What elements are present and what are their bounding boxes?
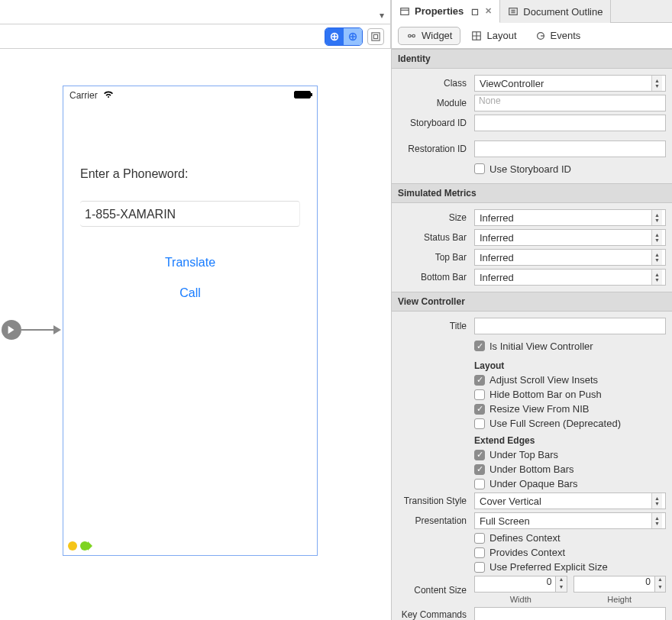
- warning-dot-icon[interactable]: [68, 541, 77, 551]
- storyboard-id-input[interactable]: [474, 115, 666, 131]
- vc-title-input[interactable]: [474, 318, 666, 334]
- constraint-mode-align-icon[interactable]: [325, 28, 344, 45]
- constraint-mode-pin-icon[interactable]: [344, 28, 362, 45]
- under-bottom-check[interactable]: Under Bottom Bars: [474, 463, 666, 475]
- class-select[interactable]: ViewController ▲▼: [474, 75, 666, 92]
- svg-rect-3: [373, 34, 377, 38]
- call-button[interactable]: Call: [80, 286, 300, 300]
- phoneword-textfield[interactable]: 1-855-XAMARIN: [80, 201, 300, 227]
- key-commands-list[interactable]: [474, 607, 666, 620]
- size-select[interactable]: Inferred▲▼: [474, 209, 666, 226]
- resize-nib-check[interactable]: Resize View From NIB: [474, 403, 666, 415]
- topbar-select[interactable]: Inferred▲▼: [474, 249, 666, 266]
- translate-button[interactable]: Translate: [80, 256, 300, 270]
- module-input[interactable]: None: [474, 95, 666, 111]
- content-width-input[interactable]: 0 ▲▼: [474, 576, 567, 593]
- subtab-events[interactable]: Events: [528, 27, 589, 45]
- battery-icon: [294, 91, 311, 98]
- presentation-select[interactable]: Full Screen▲▼: [474, 512, 666, 529]
- subtab-layout[interactable]: Layout: [464, 27, 524, 45]
- panel-expand-icon[interactable]: ◻: [471, 6, 479, 17]
- canvas-dropdown-icon[interactable]: ▾: [380, 10, 384, 21]
- phoneword-label: Enter a Phoneword:: [80, 167, 300, 181]
- status-bar: Carrier: [63, 86, 317, 103]
- inspector-panel: Properties ◻ ✕ Document Outline Widget L…: [391, 0, 672, 620]
- use-preferred-size-check[interactable]: Use Preferred Explicit Size: [474, 561, 666, 573]
- panel-close-icon[interactable]: ✕: [485, 6, 492, 16]
- storyboard-canvas[interactable]: ▾ Carrier: [0, 0, 391, 620]
- wifi-icon: [103, 89, 114, 101]
- is-initial-check[interactable]: Is Initial View Controller: [474, 341, 666, 352]
- under-opaque-check[interactable]: Under Opaque Bars: [474, 478, 666, 489]
- panel-tab-doc-outline[interactable]: Document Outline: [500, 0, 611, 23]
- statusbar-select[interactable]: Inferred▲▼: [474, 229, 666, 246]
- under-top-check[interactable]: Under Top Bars: [474, 449, 666, 460]
- section-metrics: Simulated Metrics: [392, 183, 672, 203]
- constraint-toolbar: [0, 24, 390, 49]
- outline-toggle-icon[interactable]: [367, 28, 384, 45]
- carrier-label: Carrier: [69, 90, 98, 101]
- panel-tab-doc-outline-label: Document Outline: [523, 6, 603, 18]
- initial-vc-arrow-icon[interactable]: [2, 320, 61, 340]
- svg-point-6: [409, 34, 412, 37]
- svg-point-7: [412, 34, 415, 37]
- content-height-input[interactable]: 0 ▲▼: [573, 576, 667, 593]
- svg-rect-2: [372, 32, 380, 40]
- panel-tab-properties-label: Properties: [415, 5, 464, 17]
- svg-rect-4: [401, 8, 409, 15]
- use-storyboard-id-check[interactable]: Use Storyboard ID: [474, 163, 666, 175]
- adjust-insets-check[interactable]: Adjust Scroll View Insets: [474, 374, 666, 386]
- view-controller-scene[interactable]: Carrier Enter a Phoneword: 1-855-XAMARIN…: [63, 86, 318, 556]
- restoration-id-input[interactable]: [474, 140, 666, 157]
- provides-context-check[interactable]: Provides Context: [474, 547, 666, 558]
- bottombar-select[interactable]: Inferred▲▼: [474, 269, 666, 286]
- section-identity: Identity: [392, 49, 672, 69]
- entry-dot-icon[interactable]: [80, 541, 89, 551]
- hide-bottom-bar-check[interactable]: Hide Bottom Bar on Push: [474, 389, 666, 400]
- panel-tab-properties[interactable]: Properties ◻ ✕: [392, 0, 500, 23]
- section-vc: View Controller: [392, 292, 672, 312]
- subtab-widget[interactable]: Widget: [398, 27, 460, 45]
- defines-context-check[interactable]: Defines Context: [474, 532, 666, 544]
- transition-select[interactable]: Cover Vertical▲▼: [474, 492, 666, 509]
- use-full-screen-check[interactable]: Use Full Screen (Deprecated): [474, 418, 666, 429]
